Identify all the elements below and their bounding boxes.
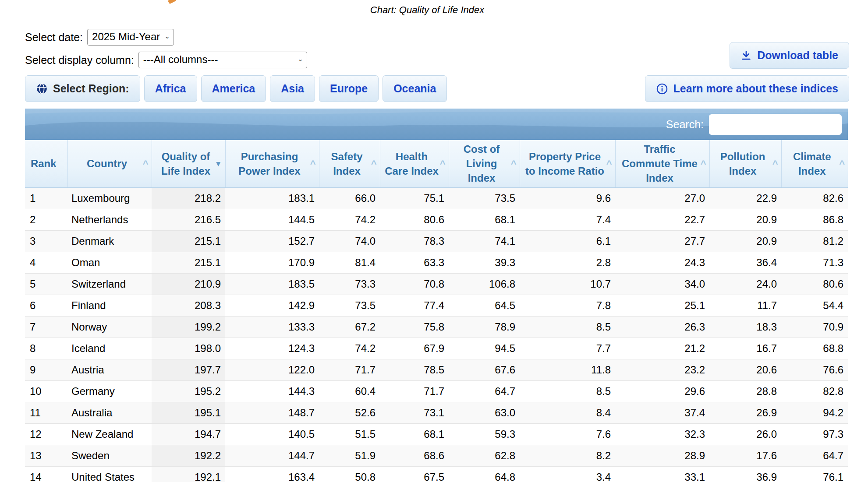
value-cell: 66.0 bbox=[319, 187, 380, 209]
date-select[interactable]: 2025 Mid-Year ⌄ bbox=[87, 29, 174, 46]
value-cell: 78.9 bbox=[449, 316, 520, 338]
value-cell: 170.9 bbox=[225, 252, 319, 273]
column-label: Quality of Life Index bbox=[161, 151, 210, 177]
value-cell: 3.4 bbox=[520, 466, 615, 482]
region-button-africa[interactable]: Africa bbox=[144, 75, 197, 102]
value-cell: 67.5 bbox=[380, 466, 449, 482]
rank-cell: 10 bbox=[25, 380, 67, 402]
value-cell: 24.3 bbox=[615, 252, 709, 273]
region-button-america[interactable]: America bbox=[201, 75, 266, 102]
value-cell: 73.5 bbox=[319, 295, 380, 316]
value-cell: 142.9 bbox=[225, 295, 319, 316]
column-label: Health Care Index bbox=[385, 151, 439, 177]
value-cell: 9.6 bbox=[520, 187, 615, 209]
value-cell: 78.3 bbox=[380, 230, 449, 252]
value-cell: 64.5 bbox=[449, 295, 520, 316]
value-cell: 70.8 bbox=[380, 273, 449, 295]
value-cell: 210.9 bbox=[152, 273, 225, 295]
table-row: 14United States192.1163.450.867.564.83.4… bbox=[25, 466, 848, 482]
value-cell: 51.9 bbox=[319, 445, 380, 466]
column-header-pollution-index[interactable]: Pollution Index^ bbox=[709, 140, 781, 187]
value-cell: 148.7 bbox=[225, 402, 319, 423]
value-cell: 23.2 bbox=[615, 359, 709, 380]
value-cell: 71.7 bbox=[380, 380, 449, 402]
country-cell: Australia bbox=[67, 402, 152, 423]
table-row: 4Oman215.1170.981.463.339.32.824.336.471… bbox=[25, 252, 848, 273]
column-select-label: Select display column: bbox=[25, 54, 134, 67]
value-cell: 80.6 bbox=[781, 273, 848, 295]
column-header-cost-of-living-index[interactable]: Cost of Living Index^ bbox=[449, 140, 520, 187]
column-header-property-price-to-income-ratio[interactable]: Property Price to Income Ratio^ bbox=[520, 140, 615, 187]
column-select[interactable]: ---All columns--- ⌄ bbox=[138, 52, 307, 68]
column-header-purchasing-power-index[interactable]: Purchasing Power Index^ bbox=[225, 140, 319, 187]
download-icon bbox=[740, 50, 752, 61]
value-cell: 106.8 bbox=[449, 273, 520, 295]
country-cell: Oman bbox=[67, 252, 152, 273]
value-cell: 183.1 bbox=[225, 187, 319, 209]
column-label: Rank bbox=[31, 158, 57, 169]
value-cell: 74.2 bbox=[319, 338, 380, 359]
value-cell: 11.7 bbox=[709, 295, 781, 316]
sort-asc-icon: ^ bbox=[440, 156, 446, 171]
country-cell: Norway bbox=[67, 316, 152, 338]
table-header-band: Search: bbox=[25, 109, 848, 140]
select-region-button[interactable]: Select Region: bbox=[25, 75, 140, 102]
country-cell: Netherlands bbox=[67, 209, 152, 230]
sort-asc-icon: ^ bbox=[839, 156, 845, 171]
value-cell: 63.3 bbox=[380, 252, 449, 273]
column-header-quality-of-life-index[interactable]: Quality of Life Index▼ bbox=[152, 140, 225, 187]
table-header-row: RankCountry^Quality of Life Index▼Purcha… bbox=[25, 140, 848, 187]
column-header-safety-index[interactable]: Safety Index^ bbox=[319, 140, 380, 187]
value-cell: 192.2 bbox=[152, 445, 225, 466]
value-cell: 144.3 bbox=[225, 380, 319, 402]
download-table-button[interactable]: Download table bbox=[730, 42, 849, 69]
column-header-rank[interactable]: Rank bbox=[25, 140, 67, 187]
search-input[interactable] bbox=[709, 114, 842, 135]
rank-cell: 9 bbox=[25, 359, 67, 380]
value-cell: 24.0 bbox=[709, 273, 781, 295]
value-cell: 8.4 bbox=[520, 402, 615, 423]
value-cell: 68.1 bbox=[449, 209, 520, 230]
region-button-europe[interactable]: Europe bbox=[319, 75, 379, 102]
region-button-asia[interactable]: Asia bbox=[270, 75, 315, 102]
value-cell: 7.7 bbox=[520, 338, 615, 359]
region-button-oceania[interactable]: Oceania bbox=[383, 75, 447, 102]
value-cell: 8.2 bbox=[520, 445, 615, 466]
value-cell: 208.3 bbox=[152, 295, 225, 316]
column-label: Traffic Commute Time Index bbox=[622, 143, 698, 184]
value-cell: 75.8 bbox=[380, 316, 449, 338]
value-cell: 75.1 bbox=[380, 187, 449, 209]
rank-cell: 5 bbox=[25, 273, 67, 295]
learn-more-label: Learn more about these indices bbox=[673, 82, 839, 95]
value-cell: 73.5 bbox=[449, 187, 520, 209]
date-select-label: Select date: bbox=[25, 31, 83, 44]
globe-icon bbox=[36, 83, 48, 95]
rank-cell: 8 bbox=[25, 338, 67, 359]
value-cell: 64.8 bbox=[449, 466, 520, 482]
value-cell: 194.7 bbox=[152, 423, 225, 445]
rank-cell: 12 bbox=[25, 423, 67, 445]
value-cell: 76.6 bbox=[781, 359, 848, 380]
column-header-health-care-index[interactable]: Health Care Index^ bbox=[380, 140, 449, 187]
column-header-country[interactable]: Country^ bbox=[67, 140, 152, 187]
value-cell: 73.3 bbox=[319, 273, 380, 295]
column-header-traffic-commute-time-index[interactable]: Traffic Commute Time Index^ bbox=[615, 140, 709, 187]
value-cell: 6.1 bbox=[520, 230, 615, 252]
learn-more-button[interactable]: Learn more about these indices bbox=[645, 75, 850, 102]
value-cell: 76.1 bbox=[781, 466, 848, 482]
value-cell: 163.4 bbox=[225, 466, 319, 482]
sort-asc-icon: ^ bbox=[511, 156, 517, 171]
value-cell: 82.6 bbox=[781, 187, 848, 209]
value-cell: 36.9 bbox=[709, 466, 781, 482]
column-label: Pollution Index bbox=[720, 151, 765, 177]
country-cell: New Zealand bbox=[67, 423, 152, 445]
value-cell: 20.6 bbox=[709, 359, 781, 380]
value-cell: 74.2 bbox=[319, 209, 380, 230]
value-cell: 18.3 bbox=[709, 316, 781, 338]
region-buttons-row: Select Region: AfricaAmericaAsiaEuropeOc… bbox=[25, 75, 447, 102]
value-cell: 140.5 bbox=[225, 423, 319, 445]
column-header-climate-index[interactable]: Climate Index^ bbox=[781, 140, 848, 187]
table-row: 11Australia195.1148.752.673.163.08.437.4… bbox=[25, 402, 848, 423]
select-region-label: Select Region: bbox=[53, 82, 129, 95]
value-cell: 122.0 bbox=[225, 359, 319, 380]
